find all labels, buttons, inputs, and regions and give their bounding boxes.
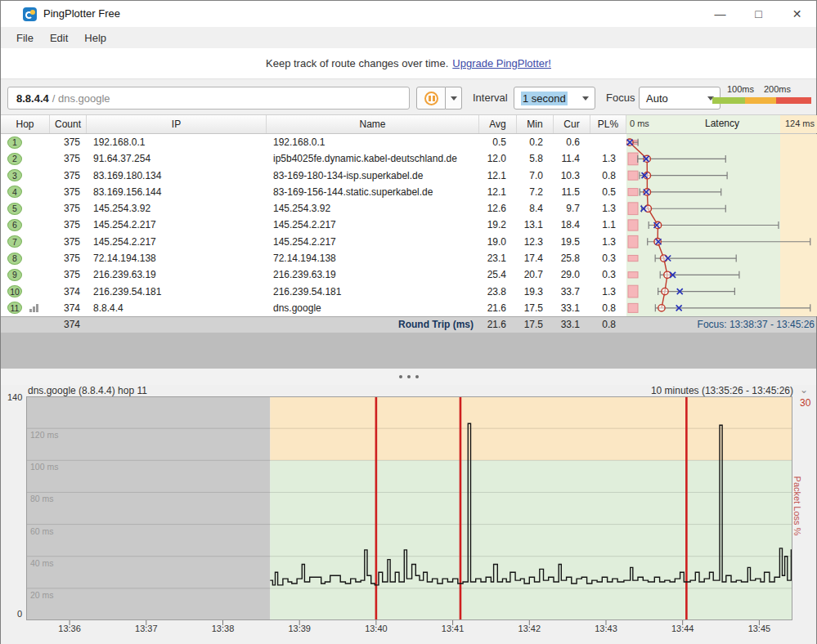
cur-cell: 10.3 (554, 168, 590, 184)
packet-loss-bar (628, 285, 638, 297)
hop-number-badge: 9 (7, 269, 22, 281)
hop-cell: 6 (1, 217, 50, 233)
column-header-avg[interactable]: Avg (479, 115, 517, 133)
name-cell: 145.254.2.217 (267, 217, 479, 233)
banner-text: Keep track of route changes over time. (266, 57, 448, 69)
menu-help[interactable]: Help (76, 32, 114, 44)
hop-cell: 7 (1, 234, 50, 250)
gridline-label: 60 ms (30, 526, 54, 536)
name-cell: ip5b4025fe.dynamic.kabel-deutschland.de (267, 150, 479, 167)
hop-number-badge: 4 (7, 186, 22, 198)
min-cell: 17.5 (517, 300, 554, 316)
summary-count: 374 (50, 319, 87, 330)
count-cell: 375 (50, 250, 87, 266)
legend-segment (745, 97, 776, 104)
column-header-pl[interactable]: PL% (590, 115, 626, 133)
name-cell: 145.254.2.217 (267, 234, 479, 250)
column-header-name[interactable]: Name (267, 115, 479, 133)
hop-number-badge: 11 (7, 302, 22, 314)
latency-column-header[interactable]: 0 ms Latency 124 ms (626, 115, 817, 133)
chevron-down-icon (451, 96, 457, 101)
panel-gap (1, 333, 816, 369)
cur-cell: 29.0 (554, 266, 590, 283)
pause-dropdown-button[interactable] (446, 87, 462, 110)
hop-cell: 1 (1, 134, 50, 150)
minimize-button[interactable]: — (701, 1, 739, 27)
target-hostname: / dns.google (52, 92, 110, 105)
legend-200ms: 200ms (764, 84, 791, 94)
column-header-ip[interactable]: IP (87, 115, 267, 133)
min-cell: 8.4 (517, 200, 554, 217)
good-zone (270, 460, 792, 620)
upgrade-link[interactable]: Upgrade PingPlotter! (452, 57, 551, 69)
pane-splitter[interactable] (1, 369, 816, 385)
close-button[interactable]: ✕ (778, 1, 816, 27)
menu-file[interactable]: File (8, 32, 42, 44)
summary-row: 374 Round Trip (ms) 21.6 17.5 33.1 0.8 F… (1, 316, 816, 333)
avg-cell: 23.8 (479, 283, 517, 299)
x-tick-label: 13:41 (435, 624, 471, 633)
maximize-button[interactable]: □ (739, 1, 778, 27)
hop-cell: 9 (1, 266, 50, 283)
name-cell: 145.254.3.92 (267, 200, 479, 217)
legend-100ms: 100ms (727, 84, 754, 94)
gridline-label: 80 ms (30, 494, 54, 503)
count-cell: 375 (50, 184, 87, 200)
pl-cell: 1.3 (590, 234, 626, 250)
name-cell: 216.239.63.19 (267, 266, 479, 283)
legend-segment (776, 97, 811, 104)
count-cell: 375 (50, 134, 87, 150)
cur-cell: 33.7 (554, 283, 590, 299)
packet-loss-bar (628, 171, 638, 180)
legend-segment (712, 97, 745, 104)
pause-button[interactable] (416, 87, 446, 110)
min-cell: 0.2 (517, 134, 554, 150)
ip-cell: 192.168.0.1 (87, 134, 267, 150)
min-cell: 7.0 (517, 168, 554, 184)
gridline-label: 100 ms (30, 462, 58, 472)
pl-cell: 1.1 (590, 217, 626, 233)
summary-min: 17.5 (517, 319, 554, 330)
graph-title: dns.google (8.8.4.4) hop 11 (28, 385, 147, 396)
min-cell: 5.8 (517, 150, 554, 167)
no-data-region (26, 396, 270, 620)
graph-range-selector[interactable]: 10 minutes (13:35:26 - 13:45:26) (651, 385, 793, 396)
summary-cur: 33.1 (554, 319, 590, 330)
min-cell: 7.2 (517, 184, 554, 200)
ip-cell: 8.8.4.4 (87, 300, 267, 316)
count-cell: 375 (50, 168, 87, 184)
chevron-down-icon[interactable]: ⌄ (800, 384, 808, 396)
count-cell: 375 (50, 150, 87, 167)
column-header-count[interactable]: Count (50, 115, 87, 133)
ip-cell: 145.254.2.217 (87, 217, 267, 233)
title-bar[interactable]: PingPlotter Free — □ ✕ (1, 1, 816, 27)
hop-cell: 4 (1, 184, 50, 200)
column-header-min[interactable]: Min (517, 115, 554, 133)
trace-table-body: 1375192.168.0.1192.168.0.10.50.20.623759… (1, 134, 816, 316)
menu-edit[interactable]: Edit (42, 32, 76, 44)
name-cell: dns.google (267, 300, 479, 316)
packet-loss-bar (628, 153, 638, 165)
name-cell: 72.14.194.138 (267, 250, 479, 266)
ip-cell: 145.254.3.92 (87, 200, 267, 217)
column-header-cur[interactable]: Cur (554, 115, 590, 133)
latency-time-chart[interactable]: 120 ms100 ms80 ms60 ms40 ms20 ms (26, 396, 792, 627)
min-cell: 12.3 (517, 234, 554, 250)
cur-cell: 11.4 (554, 150, 590, 167)
min-cell: 20.7 (517, 266, 554, 283)
avg-cell: 12.1 (479, 168, 517, 184)
min-cell: 17.4 (517, 250, 554, 266)
hop-cell: 10 (1, 283, 50, 299)
x-tick-label: 13:44 (665, 624, 701, 633)
focus-select[interactable]: Auto (639, 87, 720, 110)
ip-cell: 83.169.180.134 (87, 168, 267, 184)
pl-cell (590, 134, 626, 150)
interval-select[interactable]: 1 second (514, 87, 595, 110)
hop-cell: 5 (1, 200, 50, 217)
focus-range-text: Focus: 13:38:37 - 13:45:26 (626, 319, 815, 330)
avg-marker (654, 221, 661, 228)
column-header-hop[interactable]: Hop (1, 115, 50, 133)
target-input[interactable]: 8.8.4.4 / dns.google (7, 87, 410, 110)
gridline-label: 40 ms (30, 558, 54, 568)
name-cell: 192.168.0.1 (267, 134, 479, 150)
